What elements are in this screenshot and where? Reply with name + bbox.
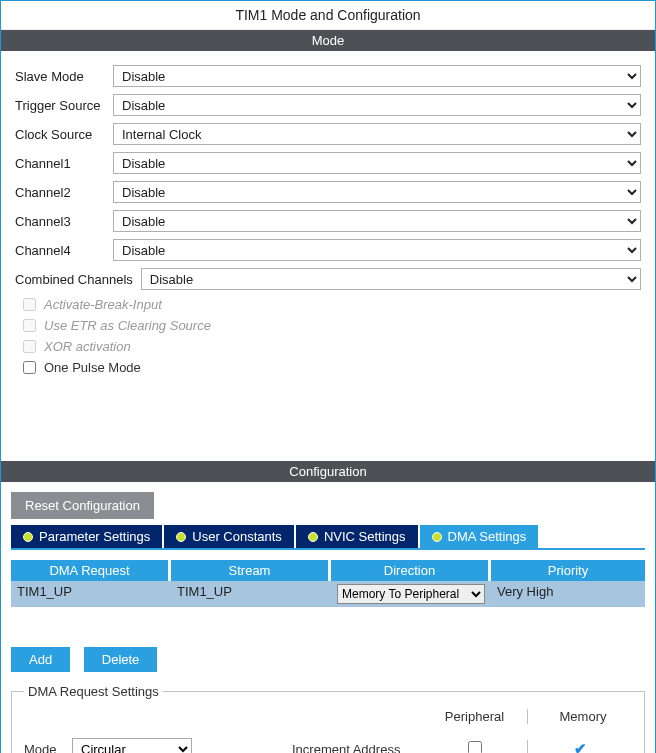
label-slave-mode: Slave Mode [15,69,113,84]
label-clock-source: Clock Source [15,127,113,142]
select-channel4[interactable]: Disable [113,239,641,261]
settings-legend: DMA Request Settings [24,684,163,699]
select-channel3[interactable]: Disable [113,210,641,232]
section-header-mode: Mode [1,30,655,51]
tab-nvic-settings[interactable]: NVIC Settings [296,525,418,548]
select-clock-source[interactable]: Internal Clock [113,123,641,145]
select-mode[interactable]: Circular [72,738,192,753]
label-channel1: Channel1 [15,156,113,171]
status-dot-icon [432,532,442,542]
tab-parameter-settings[interactable]: Parameter Settings [11,525,162,548]
mode-panel: Slave Mode Disable Trigger Source Disabl… [1,51,655,401]
check-activate-break: Activate-Break-Input [23,297,641,312]
add-button[interactable]: Add [11,647,70,672]
label-increment-address: Increment Address [292,742,422,754]
table-row[interactable]: TIM1_UP TIM1_UP Memory To Peripheral Ver… [11,581,645,607]
label-mode: Mode [24,742,72,754]
check-mark-icon[interactable]: ✔ [574,740,587,753]
tab-row: Parameter Settings User Constants NVIC S… [11,525,645,550]
dma-request-settings-group: DMA Request Settings Peripheral Memory M… [11,684,645,753]
header-peripheral: Peripheral [422,709,527,724]
delete-button[interactable]: Delete [84,647,158,672]
cell-stream: TIM1_UP [171,581,331,607]
reset-configuration-button[interactable]: Reset Configuration [11,492,154,519]
status-dot-icon [308,532,318,542]
checkbox-etr-clearing [23,319,36,332]
status-dot-icon [176,532,186,542]
cell-dma-request: TIM1_UP [11,581,171,607]
select-trigger-source[interactable]: Disable [113,94,641,116]
dma-table: DMA Request Stream Direction Priority TI… [11,560,645,607]
select-channel2[interactable]: Disable [113,181,641,203]
label-trigger-source: Trigger Source [15,98,113,113]
col-header-priority: Priority [491,560,645,581]
config-panel: Reset Configuration Parameter Settings U… [1,482,655,753]
window-title: TIM1 Mode and Configuration [1,1,655,30]
label-channel2: Channel2 [15,185,113,200]
tab-user-constants[interactable]: User Constants [164,525,294,548]
col-header-stream: Stream [171,560,331,581]
select-channel1[interactable]: Disable [113,152,641,174]
check-one-pulse[interactable]: One Pulse Mode [23,360,641,375]
label-channel4: Channel4 [15,243,113,258]
col-header-direction: Direction [331,560,491,581]
checkbox-activate-break [23,298,36,311]
label-channel3: Channel3 [15,214,113,229]
checkbox-one-pulse[interactable] [23,361,36,374]
checkbox-increment-peripheral[interactable] [468,741,482,754]
header-memory: Memory [527,709,632,724]
section-header-config: Configuration [1,461,655,482]
status-dot-icon [23,532,33,542]
label-combined-channels: Combined Channels [15,272,141,287]
col-header-dma-request: DMA Request [11,560,171,581]
select-slave-mode[interactable]: Disable [113,65,641,87]
check-xor-activation: XOR activation [23,339,641,354]
select-direction[interactable]: Memory To Peripheral [337,584,485,604]
check-etr-clearing: Use ETR as Clearing Source [23,318,641,333]
cell-priority: Very High [491,581,645,607]
checkbox-xor-activation [23,340,36,353]
tab-dma-settings[interactable]: DMA Settings [420,525,539,548]
select-combined-channels[interactable]: Disable [141,268,641,290]
